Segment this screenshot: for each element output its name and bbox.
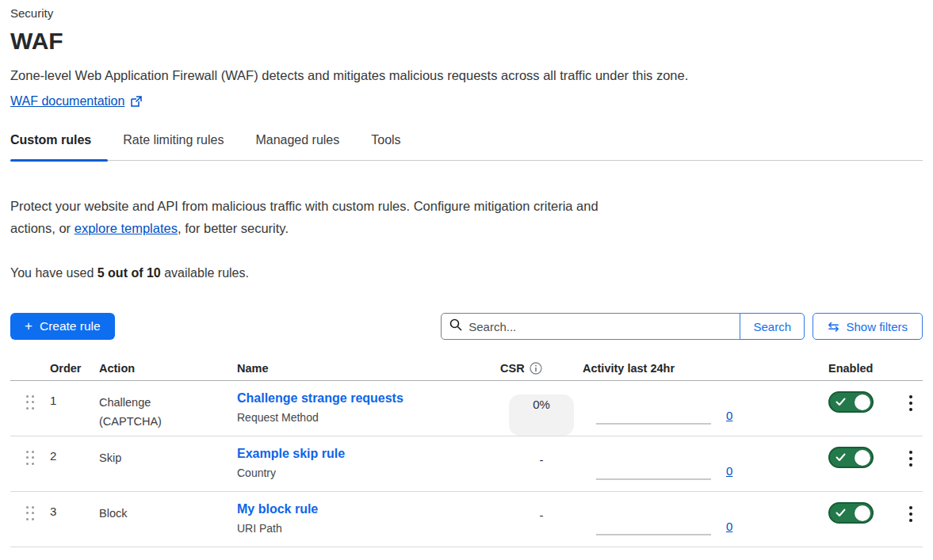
table-row: 3 Block My block rule URI Path - 0 (10, 492, 923, 547)
tab-custom-rules[interactable]: Custom rules (10, 133, 108, 160)
custom-rules-intro: Protect your website and API from malici… (10, 195, 601, 239)
rule-order: 2 (50, 436, 99, 491)
rules-table: Order Action Name CSR Activity last 24hr… (10, 362, 923, 547)
create-rule-button[interactable]: + Create rule (10, 313, 115, 340)
table-row: 2 Skip Example skip rule Country - 0 (10, 436, 923, 492)
table-row: 1 Challenge (CAPTCHA) Challenge strange … (10, 381, 923, 436)
waf-documentation-link[interactable]: WAF documentation (10, 94, 124, 109)
csr-badge: 0% (509, 394, 574, 436)
activity-sparkline (596, 515, 711, 535)
enabled-toggle[interactable] (828, 447, 874, 468)
usage-text-before: You have used (10, 266, 98, 280)
plus-icon: + (25, 318, 33, 334)
csr-value: - (509, 450, 574, 491)
enabled-toggle[interactable] (828, 502, 874, 524)
table-header-row: Order Action Name CSR Activity last 24hr… (10, 362, 923, 381)
rule-action: Block (99, 492, 178, 547)
check-icon (835, 453, 846, 462)
rule-action: Challenge (CAPTCHA) (99, 381, 178, 436)
tab-tools[interactable]: Tools (371, 133, 417, 160)
csr-info-icon[interactable] (530, 362, 542, 375)
activity-count-link[interactable]: 0 (726, 520, 732, 533)
drag-handle[interactable] (26, 395, 34, 410)
header-enabled: Enabled (828, 362, 898, 375)
check-icon (835, 398, 846, 406)
rule-field: URI Path (237, 522, 500, 535)
header-order: Order (50, 362, 99, 375)
activity-sparkline (596, 459, 711, 480)
activity-sparkline (596, 404, 711, 425)
waf-page: Security WAF Zone-level Web Application … (0, 0, 933, 547)
page-title: WAF (10, 28, 923, 55)
check-icon (835, 509, 846, 517)
header-drag-spacer (10, 362, 50, 375)
toggle-knob (855, 450, 870, 466)
rule-field: Country (237, 467, 500, 479)
breadcrumb-security: Security (10, 6, 923, 20)
waf-tabs: Custom rules Rate limiting rules Managed… (10, 133, 923, 161)
drag-handle[interactable] (26, 506, 34, 520)
show-filters-label: Show filters (846, 320, 908, 333)
search-button[interactable]: Search (740, 313, 805, 340)
create-rule-label: Create rule (40, 319, 101, 333)
activity-count-link[interactable]: 0 (726, 464, 732, 478)
kebab-menu-button[interactable] (904, 505, 917, 547)
kebab-menu-button[interactable] (904, 449, 917, 491)
toggle-knob (855, 394, 870, 410)
filters-swap-icon: ⇆ (828, 318, 839, 335)
search-icon (449, 318, 462, 334)
intro-text-after: , for better security. (178, 221, 289, 235)
search-input[interactable] (468, 320, 732, 333)
usage-count: 5 out of 10 (98, 266, 161, 280)
rule-field: Request Method (237, 411, 500, 424)
drag-handle[interactable] (26, 451, 34, 465)
external-link-icon (130, 96, 142, 108)
csr-value: - (509, 505, 574, 547)
explore-templates-link[interactable]: explore templates (75, 221, 178, 235)
rules-toolbar: + Create rule Search ⇆ Show filters (10, 313, 923, 340)
rule-name-link[interactable]: Challenge strange requests (237, 391, 403, 406)
tab-rate-limiting-rules[interactable]: Rate limiting rules (123, 133, 240, 160)
rule-order: 3 (50, 492, 99, 547)
rule-action: Skip (99, 436, 178, 491)
header-csr: CSR (500, 362, 525, 375)
show-filters-button[interactable]: ⇆ Show filters (813, 313, 923, 340)
usage-text-after: available rules. (161, 266, 249, 280)
kebab-menu-button[interactable] (904, 394, 917, 436)
toggle-knob (855, 505, 870, 521)
page-description: Zone-level Web Application Firewall (WAF… (10, 67, 923, 84)
enabled-toggle[interactable] (828, 391, 874, 413)
rules-usage-text: You have used 5 out of 10 available rule… (10, 266, 923, 280)
header-name: Name (237, 362, 500, 375)
header-menu-spacer (898, 362, 923, 375)
rule-order: 1 (50, 381, 99, 436)
rule-name-link[interactable]: My block rule (237, 502, 318, 516)
header-action: Action (99, 362, 237, 375)
activity-count-link[interactable]: 0 (726, 409, 732, 422)
rule-name-link[interactable]: Example skip rule (237, 447, 345, 461)
tab-managed-rules[interactable]: Managed rules (255, 133, 356, 160)
search-box (441, 313, 740, 340)
header-activity: Activity last 24hr (583, 362, 828, 375)
